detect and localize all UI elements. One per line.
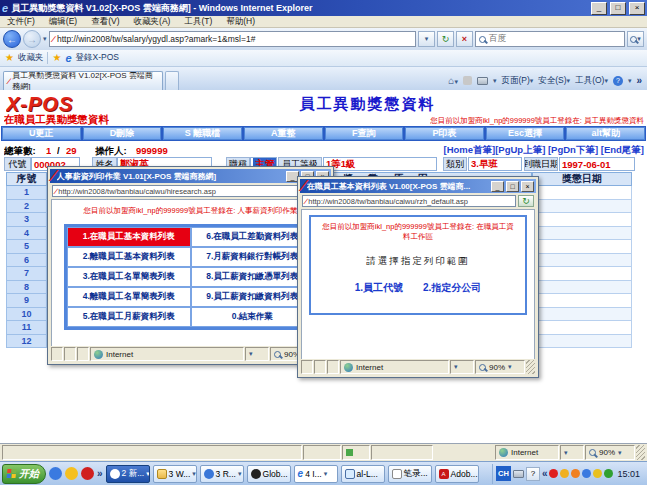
reload-button[interactable]: A重整 xyxy=(244,127,323,140)
menu-tools[interactable]: 工具(T) xyxy=(177,16,219,28)
favorites-link-xpos[interactable]: 登錄X-POS xyxy=(76,52,119,64)
date-cell[interactable] xyxy=(532,186,632,200)
printer-tray-icon[interactable] xyxy=(513,470,524,478)
taskbar-item-app-group[interactable]: 3 R...▾ xyxy=(200,465,244,483)
date-cell[interactable] xyxy=(532,281,632,295)
date-cell[interactable] xyxy=(532,213,632,227)
seq-row[interactable]: 1 xyxy=(6,186,47,200)
popup2-address-input[interactable]: ∕ http://win2008/tw/banbiau/caiwu/rzh_de… xyxy=(302,195,516,207)
popup2-minimize-button[interactable]: _ xyxy=(491,181,504,192)
popup1-protected-mode-pane[interactable]: ▾ xyxy=(245,347,269,361)
tab-xpos[interactable]: ∕ 員工異動獎懲資料 V1.02[X-POS 雲端商務網] xyxy=(3,71,163,90)
popup2-close-button[interactable]: × xyxy=(521,181,534,192)
close-button[interactable]: × xyxy=(629,2,645,15)
type-value[interactable]: 3.早班 xyxy=(468,157,522,171)
seq-row[interactable]: 9 xyxy=(6,294,47,308)
forward-button[interactable]: → xyxy=(23,30,41,48)
help-tray-button[interactable]: ? xyxy=(526,467,540,481)
alt-help-button[interactable]: alt幫助 xyxy=(566,127,645,140)
stop-button[interactable]: × xyxy=(456,31,473,47)
tools-menu-button[interactable]: 工具(O)▾ xyxy=(575,75,608,87)
help-dropdown-icon[interactable]: ▾ xyxy=(628,77,632,85)
popup2-go-button[interactable]: ↻ xyxy=(518,195,534,207)
tray-collapse-icon[interactable]: « xyxy=(542,468,548,479)
seq-row[interactable]: 3 xyxy=(6,213,47,227)
seq-row[interactable]: 12 xyxy=(6,335,47,349)
taskbar-item-textfile[interactable]: al-L... xyxy=(341,465,385,483)
search-go-button[interactable]: ▾ xyxy=(627,31,644,47)
quicklaunch-icon-1[interactable] xyxy=(49,467,62,480)
print-dropdown-icon[interactable]: ▾ xyxy=(493,77,497,85)
popup2-zoom-control[interactable]: 90%▾ xyxy=(475,360,525,374)
refresh-button[interactable]: ↻ xyxy=(437,31,454,47)
menu-item-resigned-basic-list[interactable]: 2.離職員工基本資料列表 xyxy=(67,247,191,267)
address-input[interactable]: ∕ http://win2008/tw/salary/ygydl.asp?ama… xyxy=(49,31,416,47)
date-cell[interactable] xyxy=(532,308,632,322)
back-button[interactable]: ← xyxy=(3,30,21,48)
menu-item-bank-reconcile-list[interactable]: 7.月薪資料銀行對帳列表 xyxy=(191,247,315,267)
quicklaunch-icon-3[interactable] xyxy=(81,467,94,480)
menu-item-monthly-salary-list[interactable]: 5.在職員工月薪資料列表 xyxy=(67,307,191,327)
option-employee-code[interactable]: 1.員工代號 xyxy=(355,281,403,295)
taskbar-item-news-group[interactable]: 2 新...▾ xyxy=(106,465,150,483)
seq-row[interactable]: 2 xyxy=(6,200,47,214)
history-dropdown-icon[interactable]: ▾ xyxy=(43,35,47,43)
taskbar-item-notes[interactable]: 笔录... xyxy=(388,465,432,483)
seq-row[interactable]: 7 xyxy=(6,267,47,281)
quicklaunch-icon-2[interactable] xyxy=(65,467,78,480)
qq-tray-icon[interactable] xyxy=(549,469,558,478)
ime-indicator[interactable]: CH xyxy=(496,466,511,481)
menu-item-active-basic-list[interactable]: 1.在職員工基本資料列表 xyxy=(67,227,191,247)
popup2-maximize-button[interactable]: □ xyxy=(506,181,519,192)
maximize-button[interactable]: □ xyxy=(610,2,626,15)
help-icon[interactable]: ? xyxy=(613,76,623,86)
taskbar-clock[interactable]: 15:01 xyxy=(615,469,642,479)
menu-help[interactable]: 帮助(H) xyxy=(219,16,262,28)
quicklaunch-overflow-icon[interactable]: » xyxy=(97,468,103,479)
print-icon[interactable] xyxy=(477,77,488,85)
date-cell[interactable] xyxy=(532,227,632,241)
option-branch[interactable]: 2.指定分公司 xyxy=(423,281,481,295)
taskbar-item-adobe[interactable]: A Adob... xyxy=(435,465,479,483)
taskbar-item-explorer-group[interactable]: 3 W...▾ xyxy=(153,465,197,483)
security-shield-icon[interactable] xyxy=(593,469,602,478)
command-overflow-icon[interactable]: » xyxy=(636,75,642,86)
esc-select-button[interactable]: Esc選擇 xyxy=(486,127,565,140)
menu-edit[interactable]: 编辑(E) xyxy=(42,16,84,28)
update-button[interactable]: U更正 xyxy=(2,127,81,140)
menu-favorites[interactable]: 收藏夹(A) xyxy=(127,16,178,28)
query-button[interactable]: F查詢 xyxy=(325,127,404,140)
update-tray-icon[interactable] xyxy=(571,469,580,478)
statusbar-resize-grip[interactable] xyxy=(636,445,645,460)
green-tray-icon[interactable] xyxy=(604,469,613,478)
delete-button[interactable]: D刪除 xyxy=(83,127,162,140)
start-button[interactable]: 开始 xyxy=(2,464,46,484)
search-input[interactable]: 百度 xyxy=(475,31,625,47)
date-cell[interactable] xyxy=(532,254,632,268)
seq-row[interactable]: 8 xyxy=(6,281,47,295)
menu-view[interactable]: 查看(V) xyxy=(84,16,126,28)
menu-item-withholding-slip-list[interactable]: 8.員工薪資扣繳憑單列表 xyxy=(191,267,315,287)
protected-mode-pane[interactable]: ▾ xyxy=(560,445,584,460)
seq-row[interactable]: 11 xyxy=(6,321,47,335)
safety-menu-button[interactable]: 安全(S)▾ xyxy=(538,75,570,87)
seq-row[interactable]: 10 xyxy=(6,308,47,322)
address-dropdown-button[interactable]: ▾ xyxy=(418,31,435,47)
print-button[interactable]: P印表 xyxy=(405,127,484,140)
menu-item-exit[interactable]: 0.結束作業 xyxy=(191,307,315,327)
taskbar-item-global[interactable]: Glob... xyxy=(247,465,291,483)
feeds-icon[interactable] xyxy=(463,76,472,85)
network-tray-icon[interactable] xyxy=(582,469,591,478)
menu-item-active-roster-list[interactable]: 3.在職員工名單簡表列表 xyxy=(67,267,191,287)
menu-file[interactable]: 文件(F) xyxy=(0,16,42,28)
date-cell[interactable] xyxy=(532,321,632,335)
hiredate-value[interactable]: 1997-06-01 xyxy=(559,157,635,171)
menu-item-attendance-list[interactable]: 6.在職員工差勤資料列表 xyxy=(191,227,315,247)
seq-row[interactable]: 5 xyxy=(6,240,47,254)
home-icon[interactable]: ⌂▾ xyxy=(448,75,458,86)
menu-item-withholding-data-list[interactable]: 9.員工薪資扣繳資料列表 xyxy=(191,287,315,307)
grade-value[interactable]: 1等1級 xyxy=(323,157,437,171)
minimize-button[interactable]: _ xyxy=(591,2,607,15)
popup2-protected-mode-pane[interactable]: ▾ xyxy=(450,360,474,374)
date-cell[interactable] xyxy=(532,267,632,281)
